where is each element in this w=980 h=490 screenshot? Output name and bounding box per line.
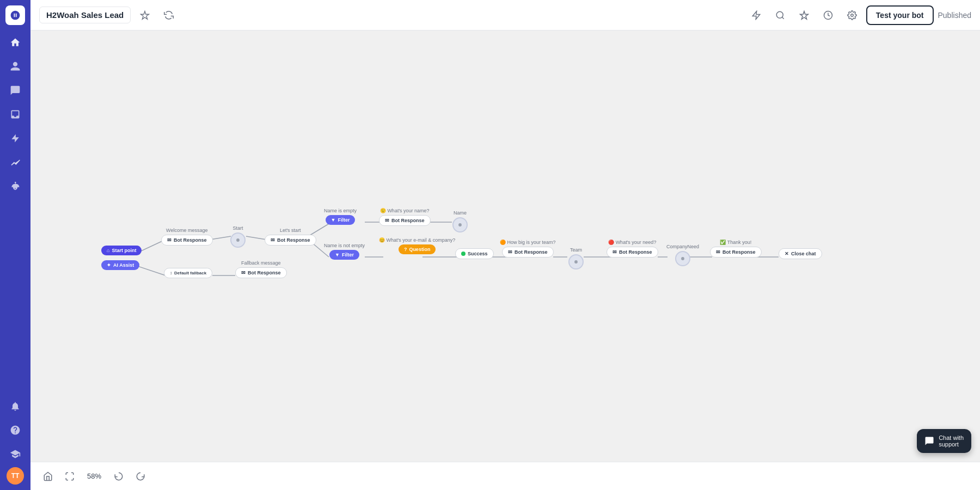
- sidebar-item-analytics[interactable]: [4, 151, 26, 173]
- svg-point-21: [458, 223, 462, 226]
- app-logo[interactable]: [5, 5, 25, 25]
- filter1-pill[interactable]: ▼ Filter: [326, 215, 356, 225]
- start-label: Start: [232, 225, 243, 231]
- email-label: 😊 What's your e-mail & company?: [379, 237, 455, 243]
- sparkle-button[interactable]: [135, 5, 155, 25]
- sidebar: TT: [0, 0, 30, 490]
- main-content: H2Woah Sales Lead Test your bot: [30, 0, 980, 490]
- thank-you-label: ✅ Thank you!: [720, 240, 751, 245]
- svg-point-2: [851, 14, 854, 16]
- bottombar: 58%: [30, 462, 980, 490]
- chat-support-label: Chat withsupport: [939, 434, 964, 448]
- sidebar-item-home[interactable]: [4, 32, 26, 53]
- search-button[interactable]: [770, 5, 790, 25]
- success-pill[interactable]: Success: [455, 248, 494, 259]
- default-fallback-pill[interactable]: ↕ Default fallback: [164, 268, 212, 278]
- svg-point-20: [236, 238, 240, 242]
- name-label: Name: [454, 210, 467, 216]
- test-bot-button[interactable]: Test your bot: [866, 5, 934, 25]
- welcome-message-node: Welcome message ✉ Bot Response: [161, 228, 213, 246]
- how-big-bot-response[interactable]: ✉ Bot Response: [502, 247, 554, 258]
- name-circle-node: Name: [452, 210, 468, 232]
- name-connector[interactable]: [452, 217, 468, 232]
- whats-need-bot-response[interactable]: ✉ Bot Response: [607, 247, 658, 258]
- whats-need-label: 🔴 What's your need?: [608, 240, 656, 245]
- lightning-button[interactable]: [746, 5, 766, 25]
- sidebar-item-learn[interactable]: [4, 443, 26, 465]
- whats-name-label: 🙂 What's your name?: [380, 208, 430, 213]
- question-pill[interactable]: ? Question: [399, 244, 436, 254]
- start-point-pill[interactable]: ⌂ Start point: [101, 246, 142, 255]
- thank-you-bot-response[interactable]: ✉ Bot Response: [710, 247, 762, 258]
- close-chat-pill[interactable]: ✕ Close chat: [779, 248, 822, 259]
- topbar-right: Test your bot Published: [746, 5, 971, 25]
- sidebar-item-notifications[interactable]: [4, 395, 26, 417]
- ai-assist-pill[interactable]: ✦ AI Assist: [101, 260, 139, 270]
- svg-line-5: [246, 236, 266, 240]
- sidebar-item-bots[interactable]: [4, 175, 26, 197]
- flow-title: H2Woah Sales Lead: [39, 7, 131, 23]
- ai-assist-node: ✦ AI Assist: [101, 260, 139, 270]
- lets-start-node: Let's start ✉ Bot Response: [265, 228, 316, 246]
- settings-button[interactable]: [842, 5, 862, 25]
- chat-support-widget[interactable]: Chat withsupport: [917, 429, 971, 453]
- name-empty-filter-node: Name is empty ▼ Filter: [324, 208, 357, 225]
- svg-line-4: [210, 236, 231, 240]
- thank-you-node: ✅ Thank you! ✉ Bot Response: [710, 240, 762, 258]
- lets-start-label: Let's start: [280, 228, 301, 233]
- start-connector[interactable]: [230, 232, 246, 248]
- home-view-button[interactable]: [39, 468, 57, 485]
- fallback-message-node: Fallback message ✉ Bot Response: [235, 260, 287, 278]
- name-not-empty-label: Name is not empty: [324, 243, 365, 248]
- fit-view-button[interactable]: [61, 468, 78, 485]
- svg-point-22: [574, 260, 578, 264]
- whats-need-node: 🔴 What's your need? ✉ Bot Response: [607, 240, 658, 258]
- team-label: Team: [570, 247, 582, 253]
- start-point-node: ⌂ Start point: [101, 246, 142, 255]
- team-circle-node: Team: [568, 247, 584, 270]
- name-not-empty-filter-node: Name is not empty ▼ Filter: [324, 243, 365, 260]
- publish-status: Published: [938, 11, 972, 20]
- topbar: H2Woah Sales Lead Test your bot: [30, 0, 980, 30]
- sidebar-item-help[interactable]: [4, 419, 26, 441]
- name-empty-label: Name is empty: [324, 208, 357, 213]
- history-button[interactable]: [818, 5, 838, 25]
- fallback-message-label: Fallback message: [241, 260, 281, 266]
- whats-name-bot-response[interactable]: ✉ Bot Response: [379, 215, 431, 226]
- how-big-label: 🟠 How big is your team?: [500, 240, 556, 245]
- start-point-label: Start point: [112, 248, 136, 253]
- refresh-button[interactable]: [159, 5, 179, 25]
- company-need-circle-node: CompanyNeed: [666, 244, 699, 266]
- success-node: Success: [455, 248, 494, 259]
- undo-button[interactable]: [110, 468, 127, 485]
- start-circle-node: Start: [230, 225, 246, 248]
- how-big-node: 🟠 How big is your team? ✉ Bot Response: [500, 240, 556, 258]
- company-need-connector[interactable]: [675, 251, 690, 266]
- filter2-pill[interactable]: ▼ Filter: [329, 250, 359, 260]
- email-question-node: 😊 What's your e-mail & company? ? Questi…: [379, 237, 455, 254]
- svg-point-23: [681, 257, 684, 260]
- whats-name-node: 🙂 What's your name? ✉ Bot Response: [379, 208, 431, 226]
- redo-button[interactable]: [132, 468, 149, 485]
- welcome-bot-response[interactable]: ✉ Bot Response: [161, 235, 213, 246]
- star-button[interactable]: [794, 5, 814, 25]
- lets-start-bot-response[interactable]: ✉ Bot Response: [265, 235, 316, 246]
- sidebar-item-contacts[interactable]: [4, 56, 26, 77]
- sidebar-item-reports[interactable]: [4, 127, 26, 149]
- company-need-label: CompanyNeed: [666, 244, 699, 249]
- zoom-level: 58%: [83, 472, 106, 480]
- ai-assist-label: AI Assist: [113, 262, 134, 268]
- default-fallback-node: ↕ Default fallback: [164, 268, 212, 278]
- welcome-message-label: Welcome message: [166, 228, 207, 233]
- svg-point-0: [776, 11, 783, 18]
- user-avatar[interactable]: TT: [7, 467, 24, 485]
- fallback-bot-response[interactable]: ✉ Bot Response: [235, 267, 287, 278]
- sidebar-item-conversations[interactable]: [4, 79, 26, 101]
- team-connector[interactable]: [568, 254, 584, 270]
- sidebar-item-inbox[interactable]: [4, 103, 26, 125]
- flow-canvas[interactable]: ⌂ Start point ✦ AI Assist Welcome messag…: [30, 30, 980, 462]
- close-chat-node: ✕ Close chat: [779, 248, 822, 259]
